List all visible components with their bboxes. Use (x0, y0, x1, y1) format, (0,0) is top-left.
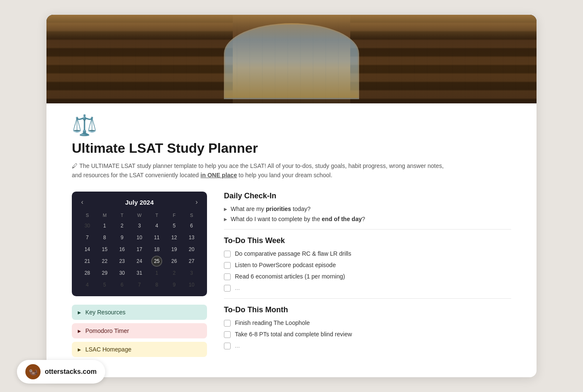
toggle-arrow-key-resources: ▶ (78, 310, 81, 315)
todo-week-text-3: Read 6 economist articles (1 per morning… (235, 273, 345, 280)
cal-day-0-3[interactable]: 3 (134, 220, 145, 231)
toggle-arrow-pomodoro: ▶ (78, 329, 81, 333)
cal-day-1-1[interactable]: 8 (99, 232, 110, 243)
cal-day-3-4[interactable]: 25 (151, 256, 162, 267)
cal-day-0-2[interactable]: 2 (117, 220, 128, 231)
calendar-prev-button[interactable]: ‹ (79, 197, 86, 207)
cal-day-5-2[interactable]: 6 (117, 279, 128, 290)
todo-month-checkbox-ellipsis[interactable] (224, 343, 231, 349)
todo-month-checkbox-2[interactable] (224, 331, 231, 338)
cal-day-4-3[interactable]: 31 (134, 268, 145, 278)
checkin-item-eod: ▶ What do I want to complete by the end … (224, 216, 511, 222)
toggle-label-lsac: LSAC Homepage (85, 346, 131, 353)
todo-month-checkbox-1[interactable] (224, 320, 231, 327)
todo-week-item-2: Listen to PowerScore podcast episode (224, 262, 511, 269)
toggle-label-key-resources: Key Resources (85, 309, 125, 316)
cal-day-1-4[interactable]: 11 (151, 232, 162, 243)
cal-day-2-1[interactable]: 15 (99, 244, 110, 255)
toggle-arrow-lsac: ▶ (78, 347, 81, 352)
todo-month-item-1: Finish reading The Loophole (224, 319, 511, 327)
todo-checkbox-2[interactable] (224, 262, 231, 269)
cal-day-4-0[interactable]: 28 (82, 268, 93, 278)
cal-day-5-4[interactable]: 8 (151, 279, 162, 290)
toggle-pomodoro-timer[interactable]: ▶ Pomodoro Timer (72, 323, 207, 338)
cal-day-4-2[interactable]: 30 (117, 268, 128, 278)
cal-day-3-2[interactable]: 23 (117, 256, 128, 267)
cal-day-4-5[interactable]: 2 (169, 268, 180, 278)
cal-day-2-5[interactable]: 19 (169, 244, 180, 255)
calendar-title: July 2024 (125, 199, 154, 206)
checkin-arrow-1: ▶ (224, 207, 227, 211)
cal-day-3-6[interactable]: 27 (186, 256, 197, 267)
checkin-bold-2: end of the day (322, 216, 362, 222)
checkin-item-priorities: ▶ What are my priorities today? (224, 205, 511, 212)
todo-week-ellipsis: ... (235, 284, 240, 291)
cal-day-5-1[interactable]: 5 (99, 279, 110, 290)
todo-checkbox-ellipsis-1[interactable] (224, 285, 231, 292)
calendar: ‹ July 2024 › S M T W T F S (72, 192, 207, 296)
watermark-icon: 🦦 (25, 364, 41, 379)
watermark: 🦦 otterstacks.com (17, 360, 105, 384)
cal-day-5-3[interactable]: 7 (134, 279, 145, 290)
calendar-grid: S M T W T F S 30123456789101112131415161… (79, 212, 200, 290)
toggle-label-pomodoro: Pomodoro Timer (85, 327, 129, 334)
day-header-sun: S (79, 212, 96, 219)
todo-week-title: To-Do This Week (224, 236, 511, 245)
cal-day-2-6[interactable]: 20 (186, 244, 197, 255)
todo-checkbox-1[interactable] (224, 251, 231, 257)
section-divider-1 (224, 229, 511, 230)
todo-month-item-2: Take 6-8 PTs total and complete blind re… (224, 331, 511, 338)
ceiling-detail (46, 15, 537, 40)
cal-day-4-4[interactable]: 1 (151, 268, 162, 278)
cal-day-5-0[interactable]: 4 (82, 279, 93, 290)
calendar-next-button[interactable]: › (193, 197, 200, 207)
checkin-bold-1: priorities (266, 205, 291, 212)
cal-day-0-5[interactable]: 5 (169, 220, 180, 231)
day-header-mon: M (96, 212, 113, 219)
cal-day-5-5[interactable]: 9 (169, 279, 180, 290)
todo-month-text-1: Finish reading The Loophole (235, 319, 310, 326)
cal-day-0-1[interactable]: 1 (99, 220, 110, 231)
cal-day-1-0[interactable]: 7 (82, 232, 93, 243)
description-end: to help you land your dream school. (237, 172, 332, 178)
cal-day-2-3[interactable]: 17 (134, 244, 145, 255)
cal-day-5-6[interactable]: 10 (186, 279, 197, 290)
section-divider-2 (224, 298, 511, 299)
cal-day-2-4[interactable]: 18 (151, 244, 162, 255)
page-icon: ⚖️ (72, 114, 511, 137)
checkin-text-1: What are my priorities today? (231, 205, 311, 212)
todo-week-text-2: Listen to PowerScore podcast episode (235, 262, 336, 268)
description-highlight: in ONE place (201, 172, 237, 178)
todo-checkbox-3[interactable] (224, 273, 231, 280)
cal-day-4-6[interactable]: 3 (186, 268, 197, 278)
day-header-thu: T (148, 212, 166, 219)
left-column: ‹ July 2024 › S M T W T F S (72, 192, 207, 360)
cal-day-3-5[interactable]: 26 (169, 256, 180, 267)
description-cursor: 🖊 (72, 162, 79, 169)
checkin-arrow-2: ▶ (224, 217, 227, 222)
right-column: Daily Check-In ▶ What are my priorities … (224, 192, 511, 354)
main-columns: ‹ July 2024 › S M T W T F S (72, 192, 511, 360)
toggle-lsac-homepage[interactable]: ▶ LSAC Homepage (72, 342, 207, 357)
page-description: 🖊 The ULTIMATE LSAT study planner templa… (72, 161, 452, 180)
page-title: Ultimate LSAT Study Planner (72, 141, 511, 156)
cal-day-1-2[interactable]: 9 (117, 232, 128, 243)
cal-day-1-3[interactable]: 10 (134, 232, 145, 243)
cal-day-1-6[interactable]: 13 (186, 232, 197, 243)
cal-day-4-1[interactable]: 29 (99, 268, 110, 278)
cal-day-2-2[interactable]: 16 (117, 244, 128, 255)
calendar-header: ‹ July 2024 › (79, 197, 200, 207)
cal-day-0-4[interactable]: 4 (151, 220, 162, 231)
cal-day-3-1[interactable]: 22 (99, 256, 110, 267)
page-content: ⚖️ Ultimate LSAT Study Planner 🖊 The ULT… (46, 103, 537, 378)
cal-day-3-3[interactable]: 24 (134, 256, 145, 267)
cal-day-0-0[interactable]: 30 (82, 220, 93, 231)
cal-day-0-6[interactable]: 6 (186, 220, 197, 231)
hero-image (46, 15, 537, 103)
todo-week-item-ellipsis: ... (224, 284, 511, 292)
todo-month-ellipsis: ... (235, 342, 240, 349)
toggle-key-resources[interactable]: ▶ Key Resources (72, 305, 207, 320)
cal-day-3-0[interactable]: 21 (82, 256, 93, 267)
cal-day-1-5[interactable]: 12 (169, 232, 180, 243)
cal-day-2-0[interactable]: 14 (82, 244, 93, 255)
